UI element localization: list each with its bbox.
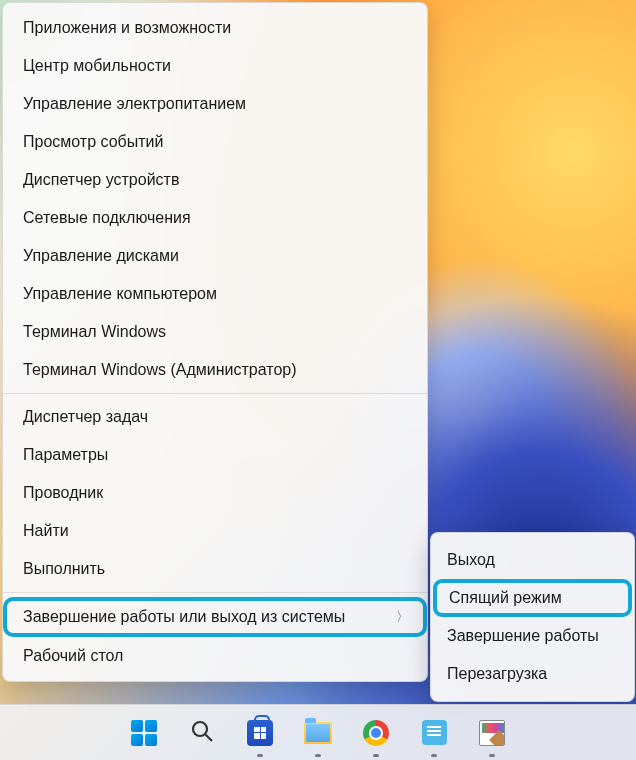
menu-shutdown-signout[interactable]: Завершение работы или выход из системы 〉 bbox=[3, 597, 427, 637]
svg-line-1 bbox=[206, 734, 213, 741]
menu-label: Терминал Windows (Администратор) bbox=[23, 361, 297, 379]
menu-label: Управление дисками bbox=[23, 247, 179, 265]
menu-label: Управление электропитанием bbox=[23, 95, 246, 113]
menu-label: Завершение работы или выход из системы bbox=[23, 608, 345, 626]
running-indicator bbox=[373, 754, 379, 757]
menu-settings[interactable]: Параметры bbox=[3, 436, 427, 474]
menu-devices[interactable]: Диспетчер устройств bbox=[3, 161, 427, 199]
chrome-button[interactable] bbox=[356, 713, 396, 753]
menu-events[interactable]: Просмотр событий bbox=[3, 123, 427, 161]
shutdown-submenu: Выход Спящий режим Завершение работы Пер… bbox=[430, 532, 635, 702]
store-icon bbox=[247, 720, 273, 746]
menu-network[interactable]: Сетевые подключения bbox=[3, 199, 427, 237]
menu-label: Диспетчер задач bbox=[23, 408, 148, 426]
svg-point-0 bbox=[193, 722, 207, 736]
menu-label: Управление компьютером bbox=[23, 285, 217, 303]
submenu-label: Спящий режим bbox=[449, 589, 562, 607]
running-indicator bbox=[257, 754, 263, 757]
submenu-label: Завершение работы bbox=[447, 627, 599, 645]
menu-label: Сетевые подключения bbox=[23, 209, 191, 227]
menu-search[interactable]: Найти bbox=[3, 512, 427, 550]
menu-label: Найти bbox=[23, 522, 69, 540]
taskbar bbox=[0, 704, 636, 760]
winx-context-menu: Приложения и возможности Центр мобильнос… bbox=[2, 2, 428, 682]
submenu-signout[interactable]: Выход bbox=[431, 541, 634, 579]
note-icon bbox=[422, 720, 447, 745]
menu-label: Параметры bbox=[23, 446, 108, 464]
store-button[interactable] bbox=[240, 713, 280, 753]
menu-label: Диспетчер устройств bbox=[23, 171, 179, 189]
menu-separator bbox=[3, 592, 427, 593]
menu-label: Просмотр событий bbox=[23, 133, 163, 151]
menu-terminal-admin[interactable]: Терминал Windows (Администратор) bbox=[3, 351, 427, 389]
menu-label: Выполнить bbox=[23, 560, 105, 578]
menu-terminal[interactable]: Терминал Windows bbox=[3, 313, 427, 351]
start-button[interactable] bbox=[124, 713, 164, 753]
chrome-icon bbox=[363, 720, 389, 746]
running-indicator bbox=[489, 754, 495, 757]
paint-icon bbox=[479, 720, 505, 746]
search-icon bbox=[190, 719, 214, 747]
search-button[interactable] bbox=[182, 713, 222, 753]
menu-label: Центр мобильности bbox=[23, 57, 171, 75]
menu-explorer[interactable]: Проводник bbox=[3, 474, 427, 512]
folder-icon bbox=[304, 722, 332, 744]
menu-desktop[interactable]: Рабочий стол bbox=[3, 637, 427, 675]
menu-separator bbox=[3, 393, 427, 394]
submenu-label: Выход bbox=[447, 551, 495, 569]
menu-label: Приложения и возможности bbox=[23, 19, 231, 37]
running-indicator bbox=[431, 754, 437, 757]
menu-apps[interactable]: Приложения и возможности bbox=[3, 9, 427, 47]
menu-label: Рабочий стол bbox=[23, 647, 123, 665]
menu-label: Терминал Windows bbox=[23, 323, 166, 341]
menu-mobility[interactable]: Центр мобильности bbox=[3, 47, 427, 85]
windows-logo-icon bbox=[131, 720, 157, 746]
menu-label: Проводник bbox=[23, 484, 103, 502]
submenu-label: Перезагрузка bbox=[447, 665, 547, 683]
paint-button[interactable] bbox=[472, 713, 512, 753]
submenu-shutdown[interactable]: Завершение работы bbox=[431, 617, 634, 655]
menu-taskmgr[interactable]: Диспетчер задач bbox=[3, 398, 427, 436]
submenu-restart[interactable]: Перезагрузка bbox=[431, 655, 634, 693]
notes-button[interactable] bbox=[414, 713, 454, 753]
chevron-right-icon: 〉 bbox=[396, 608, 409, 626]
explorer-button[interactable] bbox=[298, 713, 338, 753]
menu-disks[interactable]: Управление дисками bbox=[3, 237, 427, 275]
running-indicator bbox=[315, 754, 321, 757]
menu-power[interactable]: Управление электропитанием bbox=[3, 85, 427, 123]
menu-run[interactable]: Выполнить bbox=[3, 550, 427, 588]
menu-computer[interactable]: Управление компьютером bbox=[3, 275, 427, 313]
submenu-sleep[interactable]: Спящий режим bbox=[433, 579, 632, 617]
